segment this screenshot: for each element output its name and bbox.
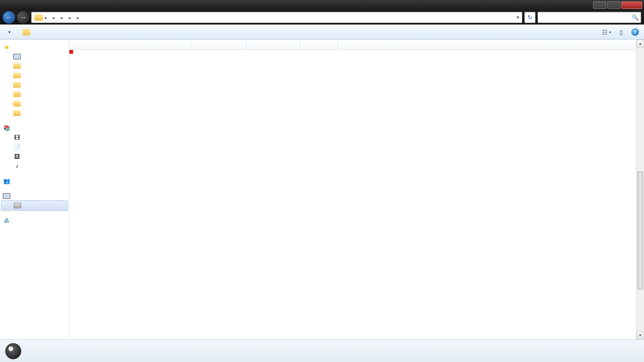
help-button[interactable]: ? xyxy=(630,27,640,37)
breadcrumb[interactable]: ▸ ▸ ▸ ▸ ▸ ▼ xyxy=(31,12,522,23)
main-area: ★ 📚 🎞 📄 🖼 ♪ 👥 🖧 xyxy=(0,40,644,339)
scroll-down-button[interactable]: ▼ xyxy=(636,331,644,339)
column-type[interactable] xyxy=(247,40,300,49)
star-icon: ★ xyxy=(3,43,10,51)
search-box[interactable]: 🔍 xyxy=(537,12,641,23)
column-date[interactable] xyxy=(191,40,247,49)
preview-icon: ▯ xyxy=(619,29,623,36)
minimize-button[interactable] xyxy=(593,1,606,9)
forward-button[interactable]: → xyxy=(17,11,29,24)
new-folder-button[interactable] xyxy=(52,31,56,33)
steam-icon xyxy=(5,343,21,359)
music-icon: ♪ xyxy=(13,162,21,170)
chevron-down-icon: ▼ xyxy=(8,30,11,34)
chevron-right-icon[interactable]: ▸ xyxy=(52,15,56,20)
desktop-icon xyxy=(13,53,21,60)
chevron-down-icon[interactable]: ▼ xyxy=(516,15,520,20)
drive-icon xyxy=(14,202,21,209)
nav-item-video[interactable]: 🎞 xyxy=(0,133,69,142)
vertical-scrollbar[interactable]: ▲ ▼ xyxy=(636,40,644,339)
nav-item-tabs[interactable] xyxy=(0,80,69,90)
nav-network[interactable]: 🖧 xyxy=(0,216,69,225)
burn-button[interactable] xyxy=(41,31,45,33)
window-titlebar xyxy=(0,0,644,10)
chevron-right-icon[interactable]: ▸ xyxy=(60,15,64,20)
details-pane xyxy=(0,339,644,362)
folder-icon xyxy=(13,100,21,107)
column-size[interactable] xyxy=(300,40,338,49)
homegroup-icon: 👥 xyxy=(3,177,10,185)
nav-item-music[interactable] xyxy=(0,99,69,108)
document-icon: 📄 xyxy=(13,143,21,151)
search-icon: 🔍 xyxy=(632,14,639,21)
close-button[interactable] xyxy=(621,1,642,9)
highlight-annotation xyxy=(69,50,73,54)
folder-icon xyxy=(23,29,30,35)
file-list[interactable] xyxy=(69,50,644,339)
folder-icon xyxy=(13,90,21,98)
breadcrumb-steam[interactable] xyxy=(72,16,76,18)
breadcrumb-computer[interactable] xyxy=(48,16,52,18)
navigation-pane: ★ 📚 🎞 📄 🖼 ♪ 👥 🖧 xyxy=(0,40,69,339)
folder-icon xyxy=(13,109,21,117)
breadcrumb-program-files[interactable] xyxy=(64,16,68,18)
preview-pane-button[interactable]: ▯ xyxy=(616,27,626,37)
library-icon: 📚 xyxy=(3,124,10,132)
column-name[interactable] xyxy=(69,40,191,49)
nav-computer[interactable] xyxy=(0,191,69,201)
nav-item-images[interactable]: 🖼 xyxy=(0,152,69,161)
nav-libraries[interactable]: 📚 xyxy=(0,123,69,133)
nav-item-books[interactable] xyxy=(0,90,69,99)
chevron-right-icon[interactable]: ▸ xyxy=(76,15,80,20)
content-pane: ▲ ▼ xyxy=(69,40,644,339)
nav-item-downloads[interactable] xyxy=(0,61,69,71)
search-input[interactable] xyxy=(540,14,630,21)
view-options-button[interactable]: ☷▼ xyxy=(602,27,612,37)
chevron-down-icon: ▼ xyxy=(609,31,612,34)
network-icon: 🖧 xyxy=(3,217,10,224)
nav-item-movies[interactable] xyxy=(0,108,69,118)
scroll-up-button[interactable]: ▲ xyxy=(636,40,644,48)
nav-item-desktop[interactable] xyxy=(0,52,69,61)
chevron-right-icon[interactable]: ▸ xyxy=(44,15,48,20)
nav-item-photo[interactable] xyxy=(0,71,69,80)
breadcrumb-drive[interactable] xyxy=(56,16,60,18)
scroll-thumb[interactable] xyxy=(637,172,643,289)
folder-icon xyxy=(13,62,21,70)
back-button[interactable]: ← xyxy=(3,11,15,24)
nav-favorites[interactable]: ★ xyxy=(0,42,69,52)
column-headers xyxy=(69,40,644,50)
video-icon: 🎞 xyxy=(13,134,21,141)
nav-item-documents[interactable]: 📄 xyxy=(0,142,69,152)
folder-icon xyxy=(13,72,21,79)
folder-icon xyxy=(13,81,21,89)
toolbar: ▼ ☷▼ ▯ ? xyxy=(0,25,644,40)
refresh-button[interactable]: ↻ xyxy=(524,12,536,23)
folder-icon xyxy=(34,14,43,21)
organize-button[interactable]: ▼ xyxy=(4,29,13,35)
nav-item-music[interactable]: ♪ xyxy=(0,161,69,171)
nav-item-local-disk[interactable] xyxy=(1,200,68,211)
view-icon: ☷ xyxy=(602,29,608,36)
help-icon: ? xyxy=(631,28,639,36)
computer-icon xyxy=(3,192,10,200)
nav-homegroup[interactable]: 👥 xyxy=(0,176,69,186)
image-icon: 🖼 xyxy=(13,153,21,160)
address-bar: ← → ▸ ▸ ▸ ▸ ▸ ▼ ↻ 🔍 xyxy=(0,10,644,25)
chevron-right-icon[interactable]: ▸ xyxy=(68,15,72,20)
open-button[interactable] xyxy=(20,28,35,36)
details-icon xyxy=(5,343,22,360)
maximize-button[interactable] xyxy=(607,1,620,9)
